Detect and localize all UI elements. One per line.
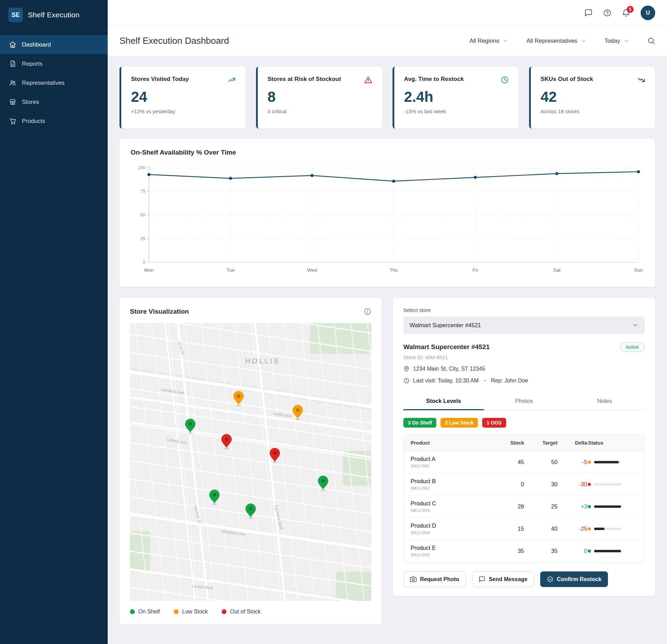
kpi-subtext: 3 critical	[267, 108, 372, 114]
kpi-card-restock-time: Avg. Time to Restock 2.4h -15% vs last w…	[393, 67, 519, 129]
delta-value: +3	[558, 503, 587, 510]
svg-text:0: 0	[143, 259, 145, 265]
legend-item-low-stock: Low Stock	[174, 609, 208, 615]
avatar[interactable]: U	[641, 6, 655, 20]
table-row[interactable]: Product ESKU-005 35 35 0	[404, 540, 644, 562]
sidebar-item-reports[interactable]: Reports	[0, 54, 108, 73]
legend-dot-on-shelf	[130, 609, 135, 614]
status-cell	[587, 550, 637, 553]
products-icon	[9, 117, 16, 125]
trend-up-icon	[228, 76, 236, 84]
chevron-down-icon	[632, 322, 639, 328]
tab-notes[interactable]: Notes	[564, 393, 645, 410]
col-product: Product	[411, 440, 496, 446]
product-sku: SKU-004	[411, 530, 496, 535]
svg-text:Mon: Mon	[144, 267, 154, 273]
target-value: 25	[524, 503, 557, 510]
delta-value: -30	[558, 481, 587, 488]
badge-on-shelf: 3 On Shelf	[403, 418, 436, 428]
stock-value: 0	[496, 481, 524, 488]
legend-item-out-of-stock: Out of Stock	[222, 609, 261, 615]
search-button[interactable]	[647, 37, 655, 45]
sidebar-item-representatives[interactable]: Representatives	[0, 73, 108, 92]
kpi-label: Stores Visited Today	[131, 76, 189, 83]
status-dot	[588, 550, 591, 553]
confirm-restock-button[interactable]: Confirm Restock	[540, 571, 608, 587]
representatives-filter-dropdown[interactable]: All Representatives	[526, 38, 586, 44]
target-value: 40	[524, 526, 557, 532]
delta-value: 0	[558, 548, 587, 554]
store-name: Walmart Supercenter #4521	[403, 343, 490, 351]
kpi-value: 8	[267, 90, 372, 104]
status-badge: Active	[620, 342, 645, 352]
map-legend: On Shelf Low Stock Out of Stock	[130, 609, 371, 615]
kpi-card-stockout-risk: Stores at Risk of Stockout 8 3 critical	[256, 67, 382, 129]
svg-text:Fri: Fri	[472, 267, 478, 273]
notifications-button[interactable]: 5	[622, 9, 630, 17]
kpi-label: Avg. Time to Restock	[404, 76, 464, 83]
product-sku: SKU-003	[411, 508, 496, 513]
kpi-label: Stores at Risk of Stockout	[267, 76, 341, 83]
region-filter-dropdown[interactable]: All Regions	[469, 38, 508, 44]
col-target: Target	[524, 440, 557, 446]
chart-title: On-Shelf Availability % Over Time	[131, 149, 644, 156]
info-icon	[364, 308, 371, 315]
chat-icon	[584, 9, 593, 17]
sidebar-item-label: Dashboard	[22, 41, 51, 48]
sidebar-item-products[interactable]: Products	[0, 112, 108, 131]
store-select-value: Walmart Supercenter #4521	[410, 322, 481, 329]
chat-button[interactable]	[584, 9, 593, 17]
date-filter-label: Today	[604, 38, 620, 44]
stock-bar-fill	[594, 528, 604, 530]
date-filter-dropdown[interactable]: Today	[604, 38, 629, 44]
info-button[interactable]	[364, 308, 371, 315]
sidebar-item-label: Stores	[22, 99, 39, 106]
page-header: Shelf Execution Dashboard All Regions Al…	[108, 26, 667, 56]
svg-text:Sun: Sun	[634, 267, 643, 273]
product-name: Product B	[411, 478, 496, 485]
stock-bar	[594, 505, 621, 508]
topbar: 5 U	[108, 0, 667, 26]
send-message-button[interactable]: Send Message	[472, 571, 534, 587]
legend-dot-low-stock	[174, 609, 179, 614]
request-photo-button[interactable]: Request Photo	[403, 571, 466, 587]
sidebar-item-label: Products	[22, 118, 45, 125]
table-row[interactable]: Product DSKU-004 15 40 -25	[404, 518, 644, 540]
store-address: 1234 Main St, City, ST 12345	[413, 366, 485, 372]
table-row[interactable]: Product ASKU-001 45 50 -5	[404, 451, 644, 473]
tab-stock-levels[interactable]: Stock Levels	[403, 393, 484, 410]
col-delta: Delta	[558, 440, 587, 446]
separator: •	[484, 378, 486, 384]
kpi-value: 42	[541, 90, 645, 104]
kpi-row: Stores Visited Today 24 +12% vs yesterda…	[120, 67, 655, 129]
legend-label: Out of Stock	[230, 609, 261, 615]
last-visit: Last visit: Today, 10:30 AM	[413, 378, 479, 384]
product-sku: SKU-001	[411, 463, 496, 469]
status-cell	[587, 483, 637, 486]
kpi-value: 2.4h	[404, 90, 509, 104]
store-detail-card: Select store Walmart Supercenter #4521 W…	[393, 298, 655, 596]
table-row[interactable]: Product CSKU-003 28 25 +3	[404, 495, 644, 518]
stock-bar-fill	[594, 550, 621, 552]
store-select-dropdown[interactable]: Walmart Supercenter #4521	[403, 316, 645, 334]
help-button[interactable]	[603, 9, 611, 17]
send-message-label: Send Message	[489, 576, 527, 583]
sidebar-item-dashboard[interactable]: Dashboard	[0, 35, 108, 54]
store-visit-row: Last visit: Today, 10:30 AM • Rep: John …	[403, 378, 645, 384]
store-map[interactable]: HOLLIS187th PlJamaica AveHollis AveLiber…	[130, 323, 371, 601]
svg-text:HOLLIS: HOLLIS	[245, 357, 280, 365]
product-name: Product D	[411, 522, 496, 529]
filters: All Regions All Representatives Today	[469, 37, 655, 45]
app-logo: SE Shelf Execution	[0, 0, 108, 30]
product-name: Product C	[411, 500, 496, 507]
table-row[interactable]: Product BSKU-002 0 30 -30	[404, 473, 644, 495]
legend-label: Low Stock	[182, 609, 208, 615]
sidebar: SE Shelf Execution Dashboard Reports Rep…	[0, 0, 108, 644]
reports-icon	[9, 60, 16, 67]
sidebar-item-stores[interactable]: Stores	[0, 92, 108, 112]
app-title: Shelf Execution	[28, 11, 80, 19]
stock-summary-badges: 3 On Shelf 2 Low Stock 1 OOS	[403, 418, 645, 428]
page-title: Shelf Execution Dashboard	[120, 35, 229, 46]
sidebar-nav: Dashboard Reports Representatives Stores…	[0, 30, 108, 135]
tab-photos[interactable]: Photos	[484, 393, 565, 410]
